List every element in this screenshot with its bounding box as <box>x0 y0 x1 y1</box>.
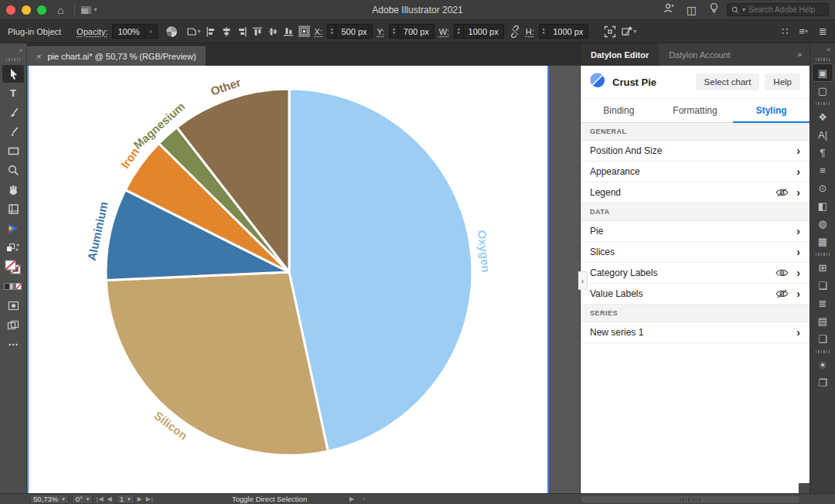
datylon-chart-tool[interactable] <box>2 220 24 237</box>
y-field[interactable]: ▲▼ 700 px <box>389 24 435 39</box>
artboard[interactable]: OxygenSiliconAluminiumIronMagnesiumOther <box>27 66 549 493</box>
artboard-tool[interactable] <box>2 200 24 218</box>
panel-scrollbar-corner[interactable] <box>799 483 809 493</box>
chevron-right-icon[interactable]: › <box>796 165 800 178</box>
align-right-icon[interactable] <box>237 26 247 37</box>
graphic-styles-icon[interactable]: ❐ <box>813 374 833 391</box>
x-label[interactable]: X: <box>315 27 322 36</box>
type-tool[interactable]: T <box>2 84 24 102</box>
chevron-right-icon[interactable]: › <box>796 267 800 279</box>
search-input[interactable] <box>748 5 824 14</box>
workspace-grid-icon[interactable]: ∷ <box>782 26 788 37</box>
libraries-icon[interactable]: ▣ <box>813 64 833 81</box>
panel-grip[interactable] <box>6 58 20 61</box>
align-bottom-icon[interactable] <box>283 26 294 37</box>
panel-row-category-labels[interactable]: Category Labels› <box>581 263 809 284</box>
scale-corners-icon[interactable] <box>604 26 616 38</box>
visibility-on-icon[interactable] <box>775 268 789 278</box>
previous-artboard-icon[interactable]: ◀ <box>107 495 113 502</box>
panel-grip[interactable] <box>816 58 830 61</box>
rotation-select[interactable]: 0° ▾ <box>72 494 94 504</box>
panel-row-appearance[interactable]: Appearance› <box>581 162 809 182</box>
selection-tool[interactable] <box>2 65 24 83</box>
y-value[interactable]: 700 px <box>399 27 434 36</box>
lightbulb-icon[interactable] <box>709 2 719 17</box>
panel-row-slices[interactable]: Slices› <box>581 242 809 263</box>
rectangle-tool[interactable] <box>2 142 24 160</box>
transparency-icon[interactable]: ◍ <box>813 215 833 232</box>
fill-stroke-swatches[interactable] <box>2 258 24 276</box>
swap-fill-stroke-icon[interactable] <box>2 239 24 257</box>
first-artboard-icon[interactable]: |◀ <box>96 495 104 502</box>
artboard-number-select[interactable]: 1 ▾ <box>116 494 135 504</box>
datylon-tab-datylon-account[interactable]: Datylon Account <box>659 43 741 66</box>
chevron-right-icon[interactable]: › <box>796 326 800 339</box>
back-icon[interactable]: ‹ <box>363 495 366 502</box>
visibility-off-icon[interactable] <box>775 289 789 298</box>
paragraph-icon[interactable]: ¶ <box>813 144 833 161</box>
close-tab-icon[interactable]: × <box>36 52 41 61</box>
tab-binding[interactable]: Binding <box>581 99 657 122</box>
stepper-icon[interactable]: ▲▼ <box>390 25 398 38</box>
chevron-right-icon[interactable]: › <box>796 186 800 199</box>
home-icon[interactable]: ⌂ <box>57 5 63 15</box>
artboard-options-icon[interactable]: ▾ <box>186 26 201 37</box>
options-menu-icon[interactable]: ≣ <box>819 26 827 37</box>
layers-icon[interactable]: ❖ <box>813 108 833 125</box>
align-middle-icon[interactable] <box>268 26 278 37</box>
stroke-icon[interactable]: ≡ <box>813 162 833 179</box>
appearance-icon[interactable]: ☀ <box>813 356 833 373</box>
shape-properties-icon[interactable]: ▾ <box>621 26 636 37</box>
draw-mode-icon[interactable] <box>2 297 24 315</box>
chevron-right-icon[interactable]: › <box>796 225 800 237</box>
panel-menu-icon[interactable]: » <box>797 50 809 59</box>
visibility-off-icon[interactable] <box>775 188 789 197</box>
help-search[interactable]: ▾ <box>727 3 829 16</box>
asset-export-icon[interactable]: ❑ <box>813 330 833 347</box>
links-icon[interactable]: ▢ <box>813 82 833 99</box>
horizontal-scrollbar[interactable] <box>581 496 799 502</box>
zoom-level-select[interactable]: 50,73% ▾ <box>29 494 69 504</box>
h-field[interactable]: ▲▼ 1000 px <box>539 24 589 39</box>
workspace-switcher[interactable]: ▾ <box>81 6 97 14</box>
align-top-icon[interactable] <box>252 26 263 37</box>
screen-mode-icon[interactable] <box>2 316 24 334</box>
align-center-icon[interactable] <box>221 26 232 37</box>
panel-grip[interactable] <box>816 350 830 353</box>
artboards-icon[interactable]: ▦ <box>813 233 833 250</box>
color-icon[interactable]: ⊙ <box>813 179 833 196</box>
panel-row-new-series-1[interactable]: New series 1› <box>581 322 809 343</box>
gradient-icon[interactable]: ◧ <box>813 197 833 214</box>
gradient-tool-icon[interactable]: ▤ <box>813 312 833 329</box>
x-field[interactable]: ▲▼ 500 px <box>327 24 373 39</box>
canvas-area[interactable]: OxygenSiliconAluminiumIronMagnesiumOther <box>27 66 580 493</box>
panel-row-pie[interactable]: Pie› <box>581 221 809 242</box>
document-tab[interactable]: × pie chart.ai* @ 50,73 % (RGB/Preview) <box>27 46 206 66</box>
character-icon[interactable]: A| <box>813 126 833 143</box>
last-artboard-icon[interactable]: ▶| <box>146 495 154 502</box>
eyedropper-tool[interactable] <box>2 123 24 141</box>
play-icon[interactable]: ▶ <box>349 495 355 502</box>
pie-slice-silicon[interactable] <box>106 272 328 455</box>
zoom-tool[interactable] <box>2 162 24 179</box>
h-label[interactable]: H: <box>526 27 534 36</box>
minimize-window-button[interactable] <box>22 5 31 15</box>
opacity-label[interactable]: Opacity: <box>77 27 107 36</box>
collapse-panels-icon[interactable]: « <box>826 46 830 55</box>
expand-tools-icon[interactable]: » <box>19 46 22 54</box>
tab-formatting[interactable]: Formatting <box>657 99 734 122</box>
transform-icon[interactable]: ⊞ <box>813 259 833 276</box>
w-value[interactable]: 1000 px <box>464 27 503 36</box>
more-tools-icon[interactable]: ⋯ <box>2 335 24 353</box>
panel-toggle-icon[interactable]: ◫ <box>687 5 697 15</box>
pie-chart[interactable]: OxygenSiliconAluminiumIronMagnesiumOther <box>29 66 550 493</box>
align-left-icon[interactable] <box>206 26 216 37</box>
recolor-artwork-icon[interactable] <box>165 26 178 38</box>
account-icon[interactable] <box>663 2 674 17</box>
align-icon[interactable]: ≣ <box>813 295 833 312</box>
panel-row-position-and-size[interactable]: Position And Size› <box>581 141 809 162</box>
select-chart-button[interactable]: Select chart <box>696 73 760 90</box>
help-button[interactable]: Help <box>765 73 800 90</box>
stepper-icon[interactable]: ▲▼ <box>540 25 548 38</box>
panel-collapse-arrow[interactable]: › <box>578 271 588 290</box>
